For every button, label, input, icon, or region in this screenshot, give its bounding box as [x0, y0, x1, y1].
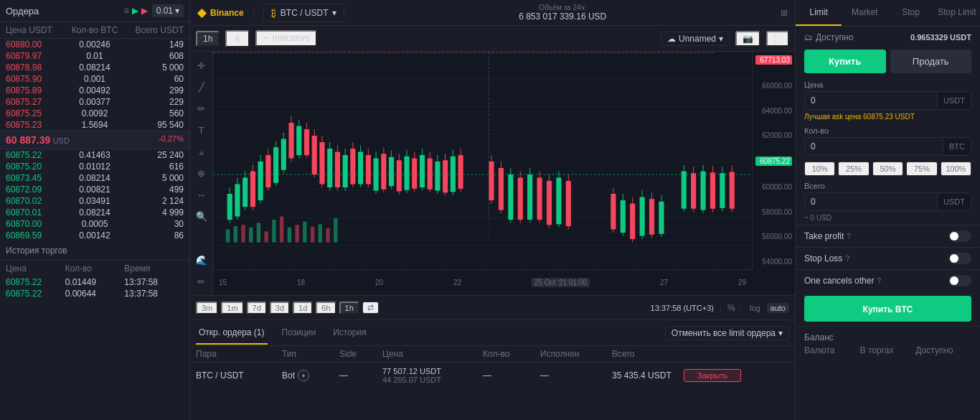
cancel-all-btn[interactable]: Отменить все limit ордера ▾	[665, 326, 789, 340]
indicators-btn[interactable]: 〜 Indicators	[255, 30, 316, 47]
auto-btn[interactable]: auto	[767, 303, 789, 313]
ask-row[interactable]: 60875.890.00492299	[0, 85, 189, 96]
ask-row[interactable]: 60878.980.082145 000	[0, 62, 189, 73]
bid-row[interactable]: 60870.010.082144 999	[0, 207, 189, 218]
layout-icon[interactable]: ⊞	[781, 8, 788, 18]
svg-rect-27	[334, 218, 337, 242]
svg-rect-15	[241, 225, 245, 242]
oco-toggle[interactable]	[948, 275, 971, 286]
pct-10[interactable]: 10%	[804, 162, 835, 176]
sell-button[interactable]: Продать	[890, 50, 972, 73]
trend-line-tool[interactable]: ╱	[192, 78, 211, 96]
bid-row[interactable]: 60869.590.0014286	[0, 230, 189, 241]
col-qty: Кол-во BTC	[65, 25, 125, 35]
spread-row: 60 887.39 USD -0.27%	[0, 131, 189, 149]
order-book-icons[interactable]: ≡▶▶	[124, 6, 148, 16]
compare-btn[interactable]: ⇄	[362, 302, 379, 314]
bid-row[interactable]: 60872.090.00821499	[0, 184, 189, 195]
total-input[interactable]	[805, 193, 937, 210]
price-label: Цена	[804, 80, 971, 89]
price-axis: 67713.03 66000.00 64000.00 62000.00 6087…	[752, 52, 795, 269]
pct-50[interactable]: 50%	[872, 162, 903, 176]
ask-row[interactable]: 60879.970.01608	[0, 50, 189, 62]
tf-6h[interactable]: 6h	[316, 302, 336, 314]
bid-row[interactable]: 60875.220.4146325 240	[0, 149, 189, 161]
tab-history[interactable]: История	[330, 322, 369, 345]
time-axis: 15 18 20 22 25 Oct '21 01:00 27 29	[213, 269, 752, 295]
ask-row[interactable]: 60875.270.00377229	[0, 96, 189, 108]
text-tool[interactable]: T	[192, 121, 211, 139]
close-order-btn[interactable]: Закрыть	[684, 369, 741, 382]
bid-row[interactable]: 60870.020.034912 124	[0, 195, 189, 207]
pencil-tool[interactable]: ✏	[192, 99, 211, 118]
order-book-title: Ордера	[6, 6, 39, 17]
order-row: BTC / USDT Bot + — 77 507.12 USDT 44 265…	[190, 363, 795, 389]
svg-rect-25	[319, 224, 322, 242]
take-profit-toggle[interactable]	[948, 230, 971, 242]
buy-btc-button[interactable]: Купить BТС	[804, 296, 971, 322]
tf-3m[interactable]: 3m	[196, 302, 218, 314]
crosshair-tool[interactable]: ✛	[192, 56, 211, 75]
qty-input[interactable]	[805, 138, 943, 155]
cloud-icon: ☁	[667, 34, 676, 44]
bid-row[interactable]: 60873.450.082145 000	[0, 172, 189, 184]
take-profit-help-icon[interactable]: ?	[847, 233, 851, 241]
current-time: 13:37:58 (UTC+3)	[651, 304, 714, 312]
tf-1m[interactable]: 1m	[221, 302, 243, 314]
fibonacci-tool[interactable]: ⟁	[192, 142, 211, 161]
pct-100[interactable]: 100%	[941, 162, 971, 176]
oco-row: One cancels other ?	[796, 269, 980, 291]
top-bar: ◆ Binance | ₿ BTC / USDT ▾ Объём за 24ч:…	[190, 0, 795, 26]
cloud-save-btn[interactable]: ☁ Unnamed ▾	[661, 32, 730, 46]
percent-buttons: 10% 25% 50% 75% 100%	[796, 159, 980, 179]
zoom-tool[interactable]: 🔍	[192, 207, 211, 225]
tab-positions[interactable]: Позиции	[279, 322, 319, 345]
tab-open-orders[interactable]: Откр. ордера (1)	[196, 322, 268, 345]
ask-row[interactable]: 60875.900.00160	[0, 73, 189, 85]
precision-selector[interactable]: 0.01 ▾	[152, 4, 184, 17]
order-book-panel: Ордера ≡▶▶ 0.01 ▾ Цена USDT Кол-во BTC В…	[0, 0, 190, 420]
tf-3d[interactable]: 3d	[270, 302, 290, 314]
binance-icon: ◆	[197, 6, 206, 19]
stop-loss-help-icon[interactable]: ?	[845, 255, 849, 263]
pct-75[interactable]: 75%	[906, 162, 937, 176]
timeframe-1h[interactable]: 1h	[196, 31, 220, 47]
history-column-headers: Цена Кол-во Время	[0, 261, 189, 276]
more-tools[interactable]: ✏	[192, 272, 211, 291]
pair-selector[interactable]: ₿ BTC / USDT ▾	[263, 4, 345, 22]
indicators-icon: 〜	[263, 34, 270, 42]
btc-icon: ₿	[271, 7, 276, 19]
chevron-down-icon: ▾	[332, 8, 336, 18]
tab-stop[interactable]: Stop	[888, 0, 934, 26]
tab-limit[interactable]: Limit	[796, 0, 842, 26]
tf-1d[interactable]: 1d	[293, 302, 313, 314]
measure-tool[interactable]: ↔	[192, 185, 211, 204]
candle-type-btn[interactable]: 🕯	[225, 30, 250, 47]
bid-row[interactable]: 60875.200.01012616	[0, 161, 189, 172]
bot-add-icon[interactable]: +	[298, 370, 309, 381]
total-input-wrap: USDT	[804, 192, 971, 211]
buy-sell-buttons: Купить Продать	[796, 45, 980, 78]
ask-row[interactable]: 60875.231.569495 540	[0, 119, 189, 131]
tab-stop-limit[interactable]: Stop Limit	[934, 0, 980, 26]
log-btn[interactable]: log	[746, 303, 764, 313]
stop-loss-row: Stop Loss ?	[796, 247, 980, 269]
bid-row[interactable]: 60870.000.000530	[0, 218, 189, 230]
oco-help-icon[interactable]: ?	[877, 277, 881, 285]
tf-7d[interactable]: 7d	[247, 302, 267, 314]
stop-loss-toggle[interactable]	[948, 253, 971, 264]
balance-column-headers: Валюта В торгах Доступно	[804, 345, 971, 355]
fullscreen-btn[interactable]: ⛶	[766, 31, 789, 47]
chart-tools: ✛ ╱ ✏ T ⟁ ⊕ ↔ 🔍 🌊 ✏	[190, 52, 213, 295]
tf-1h[interactable]: 1h	[339, 302, 359, 314]
svg-rect-13	[226, 230, 230, 243]
ask-row[interactable]: 60875.250.0092560	[0, 108, 189, 119]
ask-row[interactable]: 60880.000.00246149	[0, 39, 189, 50]
price-input[interactable]	[805, 92, 937, 109]
wave-tool[interactable]: 🌊	[192, 251, 211, 269]
magnet-tool[interactable]: ⊕	[192, 164, 211, 182]
buy-button[interactable]: Купить	[804, 50, 886, 73]
pct-25[interactable]: 25%	[838, 162, 869, 176]
tab-market[interactable]: Market	[842, 0, 887, 26]
screenshot-btn[interactable]: 📷	[735, 31, 760, 47]
